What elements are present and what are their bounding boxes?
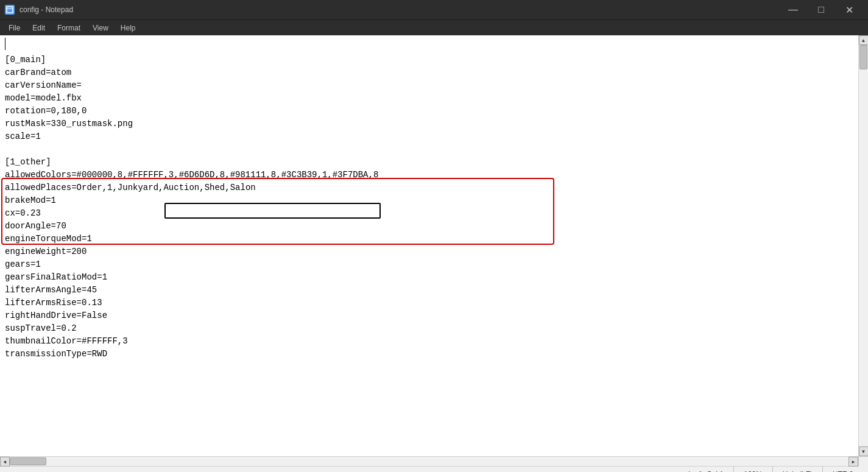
text-line-11: brakeMod=1 bbox=[5, 194, 853, 206]
window-controls: — □ ✕ bbox=[779, 0, 863, 19]
text-cursor bbox=[5, 38, 5, 50]
text-line-22: thumbnailColor=#FFFFFF,3 bbox=[5, 334, 853, 347]
text-line-17: gearsFinalRatioMod=1 bbox=[5, 270, 853, 283]
scroll-down-button[interactable]: ▼ bbox=[859, 446, 869, 456]
minimize-button[interactable]: — bbox=[779, 0, 807, 19]
text-line-1: [0_main] bbox=[5, 53, 853, 66]
scrollbar-track-v[interactable] bbox=[859, 45, 868, 446]
title-bar: config - Notepad — □ ✕ bbox=[0, 0, 868, 19]
text-line-blank2 bbox=[5, 143, 853, 155]
scrollbar-horizontal-container: ◄ ► bbox=[0, 456, 868, 466]
text-line-16: gears=1 bbox=[5, 258, 853, 270]
scrollbar-vertical[interactable]: ▲ ▼ bbox=[858, 35, 868, 456]
menu-help[interactable]: Help bbox=[115, 22, 142, 34]
menu-edit[interactable]: Edit bbox=[26, 22, 51, 34]
text-line-15: engineWeight=200 bbox=[5, 245, 853, 258]
scrollbar-thumb-h[interactable] bbox=[10, 457, 46, 465]
close-button[interactable]: ✕ bbox=[835, 0, 863, 19]
menu-file[interactable]: File bbox=[2, 22, 26, 34]
scroll-left-button[interactable]: ◄ bbox=[0, 457, 10, 467]
text-line-3: carVersionName= bbox=[5, 79, 853, 91]
editor-content[interactable]: [0_main] carBrand=atom carVersionName= m… bbox=[0, 35, 858, 456]
scroll-up-button[interactable]: ▲ bbox=[859, 35, 869, 45]
window-title: config - Notepad bbox=[19, 5, 73, 14]
text-line-10: allowedPlaces=Order,1,Junkyard,Auction,S… bbox=[5, 181, 853, 194]
menu-format[interactable]: Format bbox=[51, 22, 86, 34]
status-encoding: UTF-8 bbox=[822, 467, 863, 472]
text-line-2: carBrand=atom bbox=[5, 66, 853, 79]
text-body: [0_main] carBrand=atom carVersionName= m… bbox=[5, 38, 853, 360]
text-line-14: engineTorqueMod=1 bbox=[5, 232, 853, 245]
scrollbar-corner bbox=[858, 457, 868, 467]
text-line-4: model=model.fbx bbox=[5, 91, 853, 104]
text-line-8: [1_other] bbox=[5, 155, 853, 168]
svg-rect-0 bbox=[7, 7, 13, 13]
text-line-7: scale=1 bbox=[5, 130, 853, 143]
scrollbar-track-h[interactable] bbox=[10, 457, 849, 466]
title-bar-left: config - Notepad bbox=[5, 5, 73, 15]
text-line-18: lifterArmsAngle=45 bbox=[5, 283, 853, 296]
editor-container: [0_main] carBrand=atom carVersionName= m… bbox=[0, 35, 868, 456]
text-line-21: suspTravel=0.2 bbox=[5, 322, 853, 334]
status-line-ending: Unix (LF) bbox=[772, 467, 822, 472]
scrollbar-thumb-v[interactable] bbox=[859, 45, 867, 69]
status-bar: Ln 1, Col 1 100% Unix (LF) UTF-8 bbox=[0, 466, 868, 472]
app-icon bbox=[5, 5, 15, 15]
menu-view[interactable]: View bbox=[86, 22, 115, 34]
text-line-6: rustMask=330_rustmask.png bbox=[5, 117, 853, 130]
text-line-19: lifterArmsRise=0.13 bbox=[5, 296, 853, 309]
text-line-23: transmissionType=RWD bbox=[5, 347, 853, 360]
menu-bar: File Edit Format View Help bbox=[0, 19, 868, 35]
text-line-5: rotation=0,180,0 bbox=[5, 104, 853, 117]
status-position: Ln 1, Col 1 bbox=[679, 467, 733, 472]
text-line-9: allowedColors=#000000,8,#FFFFFF,3,#6D6D6… bbox=[5, 168, 853, 181]
status-zoom: 100% bbox=[733, 467, 772, 472]
scroll-right-button[interactable]: ► bbox=[849, 457, 858, 467]
text-line-blank1 bbox=[5, 40, 853, 53]
text-line-12: cx=0.23 bbox=[5, 206, 853, 219]
text-line-20: rightHandDrive=False bbox=[5, 309, 853, 322]
maximize-button[interactable]: □ bbox=[807, 0, 835, 19]
text-line-13: doorAngle=70 bbox=[5, 219, 853, 232]
